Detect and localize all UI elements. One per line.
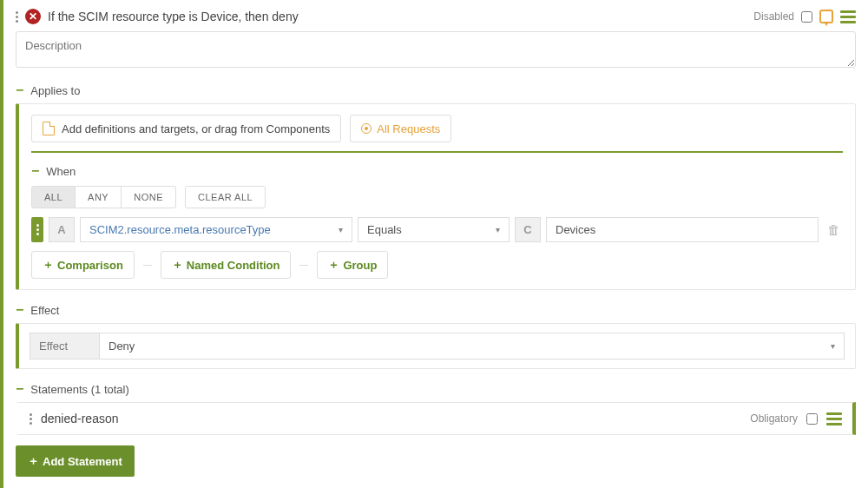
constant-badge: C [515, 217, 541, 242]
description-input[interactable] [16, 31, 856, 68]
target-icon [361, 123, 372, 134]
collapse-toggle-applies[interactable]: − [16, 82, 23, 98]
add-comparison-button[interactable]: ＋Comparison [31, 251, 135, 279]
disabled-label: Disabled [753, 10, 794, 23]
condition-drag-handle[interactable] [31, 217, 43, 242]
document-icon [43, 122, 55, 135]
rule-menu-icon[interactable] [840, 10, 856, 23]
obligatory-label: Obligatory [750, 412, 798, 425]
all-requests-button[interactable]: All Requests [350, 115, 451, 142]
value-text: Devices [556, 223, 595, 236]
effect-panel: Effect Deny ▾ [16, 323, 856, 369]
deny-icon: ✕ [25, 9, 41, 24]
rule-drag-handle[interactable] [16, 11, 18, 23]
collapse-toggle-effect[interactable]: − [16, 302, 23, 318]
clear-all-button[interactable]: CLEAR ALL [185, 186, 266, 208]
add-comparison-label: Comparison [57, 259, 123, 272]
disabled-checkbox[interactable] [801, 11, 812, 23]
logic-all-button[interactable]: ALL [31, 186, 76, 208]
effect-value: Deny [108, 340, 135, 353]
value-input[interactable]: Devices [546, 217, 819, 242]
section-title-statements: Statements (1 total) [30, 383, 128, 396]
logic-none-button[interactable]: NONE [122, 186, 176, 208]
obligatory-checkbox[interactable] [806, 413, 818, 425]
add-group-label: Group [343, 259, 377, 272]
operator-select[interactable]: Equals ▾ [358, 217, 510, 242]
caret-down-icon: ▾ [831, 341, 835, 351]
add-statement-button[interactable]: ＋Add Statement [16, 445, 135, 477]
statement-drag-handle[interactable] [30, 413, 32, 425]
all-requests-label: All Requests [377, 122, 440, 135]
attribute-select[interactable]: SCIM2.resource.meta.resourceType ▾ [80, 217, 352, 242]
connector-line [143, 265, 152, 266]
add-statement-label: Add Statement [43, 455, 122, 468]
logic-operator-group: ALL ANY NONE [31, 186, 176, 208]
statement-menu-icon[interactable] [826, 412, 842, 425]
rule-title: If the SCIM resource type is Device, the… [48, 10, 746, 23]
attribute-badge: A [49, 217, 75, 242]
logic-any-button[interactable]: ANY [76, 186, 122, 208]
attribute-value: SCIM2.resource.meta.resourceType [89, 223, 271, 236]
add-definitions-button[interactable]: Add definitions and targets, or drag fro… [31, 115, 341, 142]
effect-select[interactable]: Deny ▾ [99, 333, 845, 359]
collapse-toggle-statements[interactable]: − [16, 381, 23, 397]
statement-panel: denied-reason Obligatory [16, 402, 856, 435]
add-group-button[interactable]: ＋Group [317, 251, 388, 279]
section-title-when: When [46, 165, 76, 178]
add-named-label: Named Condition [187, 259, 280, 272]
comment-icon[interactable] [819, 10, 833, 23]
divider [31, 151, 843, 153]
delete-condition-icon[interactable]: 🗑 [824, 217, 843, 242]
collapse-toggle-when[interactable]: − [31, 163, 39, 179]
connector-line [299, 265, 308, 266]
add-named-condition-button[interactable]: ＋Named Condition [161, 251, 292, 279]
statement-name: denied-reason [41, 412, 741, 425]
section-title-applies: Applies to [30, 84, 80, 97]
add-definitions-label: Add definitions and targets, or drag fro… [62, 122, 330, 135]
effect-field-label: Effect [30, 333, 99, 359]
caret-down-icon: ▾ [339, 225, 343, 234]
section-title-effect: Effect [30, 304, 59, 317]
caret-down-icon: ▾ [496, 225, 500, 234]
operator-value: Equals [367, 223, 402, 236]
applies-panel: Add definitions and targets, or drag fro… [16, 103, 856, 290]
